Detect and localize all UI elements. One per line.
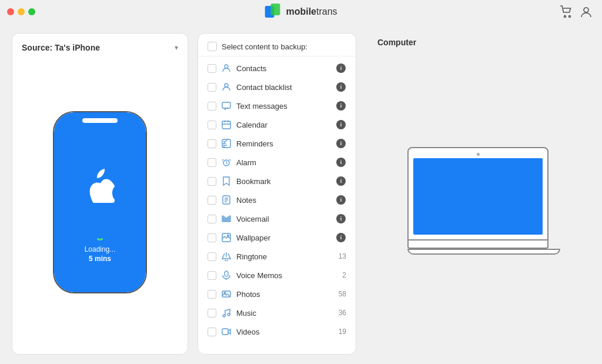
- checkbox-wallpaper[interactable]: [208, 233, 216, 242]
- icon-bookmark: [221, 176, 232, 186]
- laptop-screen-inner: [413, 158, 543, 235]
- close-button[interactable]: [7, 8, 14, 15]
- label-calendar: Calendar: [236, 121, 331, 129]
- checkbox-contacts[interactable]: [208, 64, 216, 73]
- checkbox-reminders[interactable]: [208, 139, 216, 148]
- label-contacts: Contacts: [236, 64, 331, 73]
- info-icon-wallpaper[interactable]: i: [336, 232, 346, 243]
- icon-voice-memos: [221, 270, 232, 280]
- iphone-body: Loading... 5 mins: [53, 111, 147, 293]
- content-panel: Select content to backup: Contacts i Con…: [198, 33, 356, 355]
- info-icon-calendar[interactable]: i: [336, 119, 346, 130]
- iphone-illustration: Loading... 5 mins: [53, 59, 147, 345]
- laptop-stand: [407, 249, 560, 255]
- laptop: [407, 147, 549, 255]
- count-ringtone: 13: [339, 252, 346, 261]
- cart-icon[interactable]: [560, 5, 573, 18]
- info-icon-contacts[interactable]: i: [336, 63, 346, 74]
- app-title: mobiletrans: [265, 4, 337, 20]
- checkbox-music[interactable]: [208, 309, 216, 318]
- main-content: Source: Ta's iPhone ▾ Loading... 5 mins: [0, 24, 602, 364]
- checkbox-bookmark[interactable]: [208, 177, 216, 186]
- laptop-screen-outer: [407, 147, 549, 241]
- list-item-photos: Photos 58: [198, 285, 356, 303]
- icon-contacts: [221, 63, 232, 74]
- svg-rect-7: [222, 102, 230, 108]
- user-icon[interactable]: [580, 5, 593, 18]
- icon-contact-blacklist: [221, 82, 232, 92]
- list-item-voice-memos: Voice Memos 2: [198, 266, 356, 285]
- icon-ringtone: [221, 251, 232, 262]
- svg-rect-1: [270, 4, 280, 15]
- select-all-checkbox[interactable]: [208, 42, 217, 51]
- icon-alarm: [221, 157, 232, 168]
- svg-rect-17: [229, 216, 230, 222]
- count-videos: 19: [339, 328, 346, 336]
- checkbox-contact-blacklist[interactable]: [208, 83, 216, 92]
- label-voice-memos: Voice Memos: [236, 271, 337, 280]
- iphone-screen: Loading... 5 mins: [54, 112, 146, 292]
- maximize-button[interactable]: [28, 8, 35, 15]
- titlebar: mobiletrans: [0, 0, 602, 24]
- list-item-contacts: Contacts i: [198, 59, 356, 78]
- label-wallpaper: Wallpaper: [236, 233, 331, 242]
- list-item-bookmark: Bookmark i: [198, 172, 356, 191]
- list-item-text-messages: Text messages i: [198, 96, 356, 115]
- checkbox-text-messages[interactable]: [208, 102, 216, 111]
- info-icon-alarm[interactable]: i: [336, 157, 346, 168]
- select-all-header: Select content to backup:: [198, 34, 356, 56]
- svg-point-5: [225, 65, 228, 68]
- svg-rect-8: [222, 121, 230, 129]
- list-item-wallpaper: Wallpaper i: [198, 228, 356, 247]
- info-icon-voicemail[interactable]: i: [336, 213, 346, 224]
- list-item-music: Music 36: [198, 303, 356, 322]
- checkbox-alarm[interactable]: [208, 158, 216, 167]
- checkbox-videos[interactable]: [208, 328, 216, 336]
- icon-text-messages: [221, 101, 232, 111]
- svg-point-2: [564, 16, 566, 18]
- checkbox-voice-memos[interactable]: [208, 271, 216, 280]
- icon-wallpaper: [221, 232, 232, 243]
- count-music: 36: [339, 309, 346, 317]
- iphone-notch: [82, 118, 118, 123]
- loading-spinner: [95, 231, 105, 241]
- checkbox-voicemail[interactable]: [208, 215, 216, 223]
- icon-music: [221, 308, 232, 318]
- list-item-ringtone: Ringtone 13: [198, 247, 356, 266]
- minimize-button[interactable]: [18, 8, 25, 15]
- icon-reminders: [221, 138, 232, 149]
- svg-rect-14: [224, 217, 225, 222]
- svg-rect-25: [222, 329, 228, 335]
- label-photos: Photos: [236, 290, 334, 299]
- app-name-trans: trans: [316, 6, 337, 16]
- info-icon-reminders[interactable]: i: [336, 138, 346, 149]
- label-contact-blacklist: Contact blacklist: [236, 83, 331, 92]
- app-name: mobiletrans: [286, 6, 337, 17]
- svg-rect-13: [222, 216, 223, 222]
- computer-title: Computer: [377, 38, 416, 47]
- checkbox-ringtone[interactable]: [208, 252, 216, 261]
- list-item-contact-blacklist: Contact blacklist i: [198, 78, 356, 96]
- source-dropdown-icon[interactable]: ▾: [175, 44, 178, 52]
- checkbox-photos[interactable]: [208, 290, 216, 299]
- list-item-calendar: Calendar i: [198, 115, 356, 134]
- apple-logo-icon: [85, 169, 115, 203]
- source-title: Source: Ta's iPhone: [22, 43, 100, 52]
- info-icon-bookmark[interactable]: i: [336, 176, 346, 186]
- info-icon-notes[interactable]: i: [336, 195, 346, 205]
- svg-point-19: [228, 235, 229, 237]
- loading-label: Loading...: [85, 245, 116, 253]
- select-all-label: Select content to backup:: [222, 42, 307, 51]
- info-icon-text-messages[interactable]: i: [336, 101, 346, 111]
- svg-point-24: [228, 313, 230, 316]
- list-item-voicemail: Voicemail i: [198, 209, 356, 228]
- svg-rect-20: [225, 271, 228, 276]
- svg-rect-15: [226, 218, 227, 222]
- info-icon-contact-blacklist[interactable]: i: [336, 82, 346, 92]
- traffic-lights: [7, 8, 35, 15]
- label-reminders: Reminders: [236, 139, 331, 148]
- list-item-notes: Notes i: [198, 191, 356, 209]
- checkbox-calendar[interactable]: [208, 121, 216, 129]
- laptop-camera: [477, 153, 480, 156]
- checkbox-notes[interactable]: [208, 196, 216, 205]
